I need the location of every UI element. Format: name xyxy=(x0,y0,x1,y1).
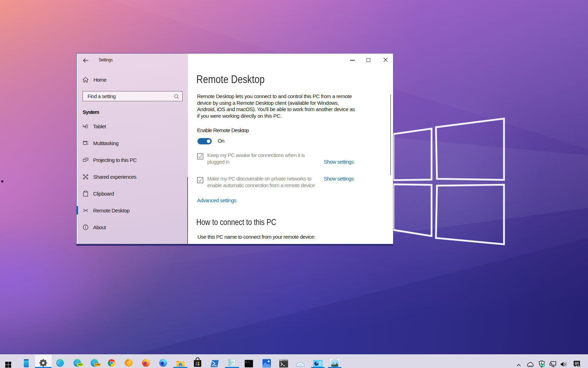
svg-text:C:\_: C:\_ xyxy=(246,361,251,363)
